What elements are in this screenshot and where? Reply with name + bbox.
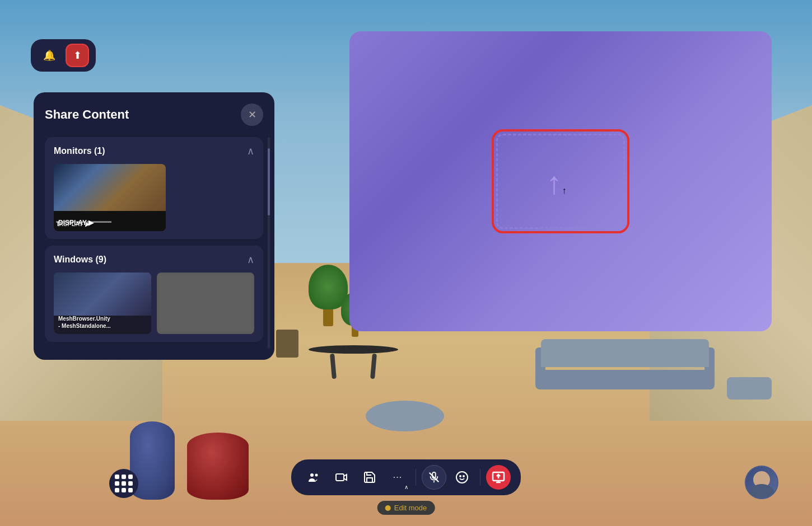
monitors-title: Monitors (1)	[54, 146, 105, 156]
sofa	[535, 339, 715, 389]
save-button[interactable]	[357, 465, 382, 490]
svg-point-7	[460, 476, 461, 477]
monitor-label: DISPLAY ▶	[58, 219, 94, 227]
monitor-thumbnail[interactable]: ▬▬▬▬▬▬▬▬▬▬▬ DISPLAY ▶	[54, 164, 166, 231]
side-table	[276, 330, 298, 358]
podium-red	[187, 433, 249, 500]
share-active-button[interactable]	[486, 465, 511, 490]
panel-header: Share Content ✕	[45, 104, 263, 126]
virtual-screen: ↑	[349, 31, 772, 331]
windows-section-header[interactable]: Windows (9) ∧	[54, 253, 254, 266]
window-thumbnail-1[interactable]: MeshBrowser.Unity- MeshStandalone...	[54, 273, 151, 334]
share-content-panel: Share Content ✕ Monitors (1) ∧ ▬▬▬▬▬▬▬▬▬…	[34, 92, 274, 360]
toolbar-divider-1	[416, 469, 416, 486]
windows-chevron: ∧	[247, 253, 254, 266]
svg-rect-2	[336, 474, 344, 481]
avatar-body	[749, 484, 774, 499]
svg-point-6	[456, 472, 468, 483]
emoji-icon	[455, 471, 469, 484]
apps-grid-icon	[115, 475, 133, 492]
stool-right	[727, 377, 772, 400]
svg-point-8	[463, 476, 464, 477]
media-button[interactable]	[329, 465, 354, 490]
save-icon	[363, 471, 376, 484]
apps-button[interactable]	[109, 469, 138, 498]
panel-scrollbar[interactable]	[268, 137, 270, 349]
svg-point-0	[310, 473, 314, 477]
upload-icon: ↑	[547, 167, 575, 195]
close-button[interactable]: ✕	[241, 104, 263, 126]
media-icon	[335, 471, 348, 484]
share-upload-button[interactable]: ⬆	[66, 44, 89, 67]
close-icon: ✕	[248, 109, 256, 121]
panel-scrollbar-thumb	[268, 148, 270, 215]
bell-icon: 🔔	[43, 49, 55, 62]
avatar-button[interactable]	[745, 466, 778, 499]
upload-area: ↑	[496, 134, 625, 229]
ottoman	[366, 401, 444, 431]
bell-button[interactable]: 🔔	[38, 44, 61, 67]
participants-button[interactable]	[301, 465, 326, 490]
panel-title: Share Content	[45, 107, 129, 122]
emoji-button[interactable]	[450, 465, 474, 490]
share-icon	[492, 471, 505, 484]
monitors-section-header[interactable]: Monitors (1) ∧	[54, 145, 254, 157]
mic-icon	[428, 471, 440, 483]
more-icon: ···	[393, 472, 402, 482]
windows-grid: MeshBrowser.Unity- MeshStandalone...	[54, 273, 254, 334]
coffee-table	[309, 345, 398, 379]
more-button[interactable]: ··· ∧	[385, 465, 410, 490]
toolbar-divider-2	[480, 469, 480, 486]
monitors-chevron: ∧	[247, 145, 254, 157]
more-chevron: ∧	[404, 484, 408, 490]
edit-mode-label: Edit mode	[394, 504, 427, 512]
windows-title: Windows (9)	[54, 255, 106, 265]
window-label-1: MeshBrowser.Unity- MeshStandalone...	[58, 315, 111, 330]
monitors-section: Monitors (1) ∧ ▬▬▬▬▬▬▬▬▬▬▬ DISPLAY ▶	[45, 137, 263, 239]
top-toolbar: 🔔 ⬆	[31, 39, 96, 72]
edit-mode-indicator	[385, 505, 391, 511]
windows-section: Windows (9) ∧ MeshBrowser.Unity- MeshSta…	[45, 246, 263, 342]
upload-icon: ⬆	[73, 49, 82, 62]
participants-icon	[307, 471, 320, 484]
mute-button[interactable]	[422, 465, 446, 490]
edit-mode-badge[interactable]: Edit mode	[377, 501, 435, 515]
window-thumbnail-2[interactable]	[157, 273, 254, 334]
svg-point-1	[315, 474, 318, 477]
bottom-toolbar: ··· ∧	[291, 459, 521, 495]
